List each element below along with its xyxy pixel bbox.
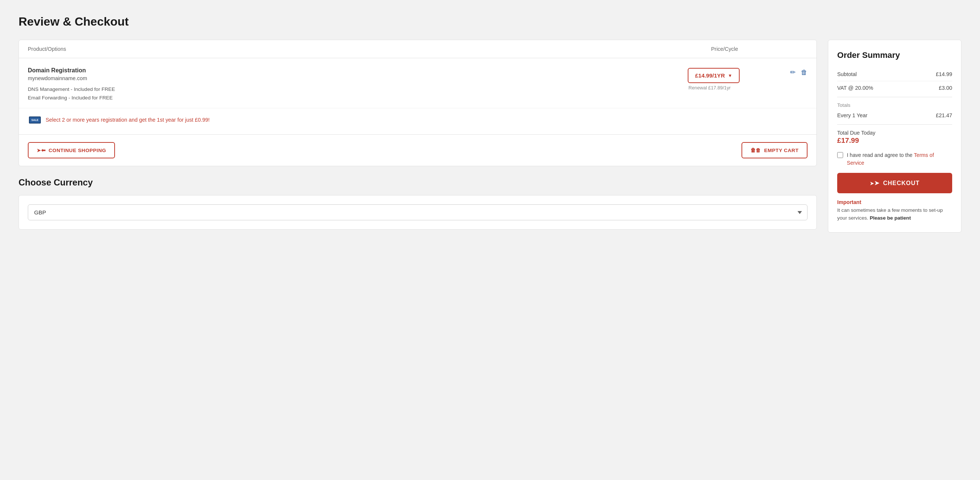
renewal-text: Renewal £17.89/1yr [688,85,731,91]
col-price-header: Price/Cycle [711,46,808,52]
sale-badge-icon: SALE [28,113,42,127]
checkout-button[interactable]: ➤ CHECKOUT [837,173,952,193]
cart-item-row: Domain Registration mynewdomainname.com … [19,58,816,108]
totals-section-label: Totals [837,102,952,108]
cart-row-info: Domain Registration mynewdomainname.com … [28,67,688,102]
cart-card: Product/Options Price/Cycle Domain Regis… [19,40,817,166]
delete-icon[interactable]: 🗑 [801,68,808,76]
every-1-year-label: Every 1 Year [837,113,868,118]
subtotal-label: Subtotal [837,71,857,77]
empty-cart-label: EMPTY CART [764,148,799,153]
important-label: Important [837,199,952,205]
product-domain: mynewdomainname.com [28,75,688,81]
cart-row-actions: ✏ 🗑 [784,67,808,76]
every-1-year-value: £21.47 [936,113,952,118]
product-name: Domain Registration [28,67,688,74]
order-summary-title: Order Summary [837,51,952,60]
vat-label: VAT @ 20.00% [837,85,873,91]
summary-divider [837,97,952,97]
summary-divider-2 [837,124,952,125]
trash-icon: 🗑 [750,147,761,153]
vat-value: £3.00 [939,85,952,91]
every-1-year-row: Every 1 Year £21.47 [837,109,952,122]
left-column: Product/Options Price/Cycle Domain Regis… [19,40,817,230]
subtotal-value: £14.99 [936,71,952,77]
continue-shopping-label: CONTINUE SHOPPING [49,148,106,153]
feature-dns: DNS Management - Included for FREE [28,85,688,94]
checkout-label: CHECKOUT [883,180,920,187]
currency-select-wrapper: GBP USD EUR [28,204,808,220]
chevron-down-icon: ▼ [728,73,732,78]
order-summary-card: Order Summary Subtotal £14.99 VAT @ 20.0… [828,40,961,232]
important-bold: Please be patient [870,215,911,221]
terms-prefix: I have read and agree to the [847,152,914,158]
total-due-amount: £17.99 [837,137,952,145]
promo-row: SALE Select 2 or more years registration… [19,108,816,134]
currency-section: Choose Currency GBP USD EUR [19,177,817,230]
empty-cart-button[interactable]: 🗑 EMPTY CART [741,142,808,158]
vat-row: VAT @ 20.00% £3.00 [837,81,952,95]
page-title: Review & Checkout [19,15,961,29]
feature-email: Email Forwarding - Included for FREE [28,94,688,102]
arrow-left-icon: ⬅ [37,147,46,153]
checkout-arrow-icon: ➤ [870,180,880,187]
edit-icon[interactable]: ✏ [790,68,795,76]
cart-header: Product/Options Price/Cycle [19,40,816,58]
main-layout: Product/Options Price/Cycle Domain Regis… [19,40,961,232]
cart-row-top: Domain Registration mynewdomainname.com … [28,67,808,102]
col-product-header: Product/Options [28,46,711,52]
price-value: £14.99/1YR [695,72,725,79]
continue-shopping-button[interactable]: ⬅ CONTINUE SHOPPING [28,142,115,158]
cart-footer: ⬅ CONTINUE SHOPPING 🗑 EMPTY CART [19,134,816,166]
important-text: It can sometimes take a few moments to s… [837,207,952,222]
subtotal-row: Subtotal £14.99 [837,67,952,81]
currency-select[interactable]: GBP USD EUR [28,204,808,220]
promo-text: Select 2 or more years registration and … [46,117,210,123]
currency-section-title: Choose Currency [19,177,817,188]
total-due-label: Total Due Today [837,130,952,136]
product-features: DNS Management - Included for FREE Email… [28,85,688,102]
terms-checkbox[interactable] [837,152,843,158]
terms-text: I have read and agree to the Terms of Se… [847,151,952,167]
cart-row-price: £14.99/1YR ▼ Renewal £17.89/1yr [688,67,784,91]
price-cycle-button[interactable]: £14.99/1YR ▼ [688,68,740,83]
terms-row: I have read and agree to the Terms of Se… [837,151,952,167]
right-column: Order Summary Subtotal £14.99 VAT @ 20.0… [828,40,961,232]
currency-card: GBP USD EUR [19,195,817,230]
